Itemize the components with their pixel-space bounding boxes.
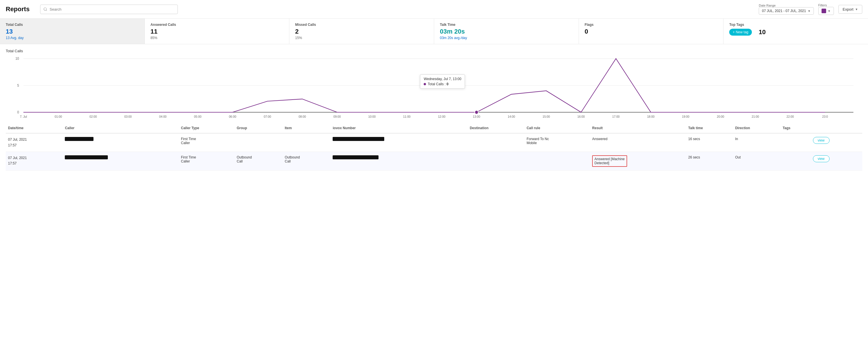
col-caller-type: Caller Type	[179, 123, 235, 133]
col-result: Result	[590, 123, 686, 133]
calls-table: Date/time Caller Caller Type Group Item …	[6, 123, 862, 170]
view-button-1[interactable]: view	[813, 137, 830, 144]
cell-iovox-2	[330, 152, 467, 170]
stat-answered-calls-value: 11	[151, 28, 284, 35]
header: Reports Date Range 07 JUL, 2021 - 07 JUL…	[0, 0, 868, 19]
svg-text:06:00: 06:00	[229, 115, 236, 118]
search-input[interactable]	[40, 5, 178, 14]
svg-text:09:00: 09:00	[334, 115, 341, 118]
cell-tags-1	[780, 133, 810, 152]
page-title: Reports	[6, 5, 34, 13]
top-tags-count: 10	[759, 28, 766, 36]
chart-svg: 10 5 0 7. Jul 01:00 02:00 03:00 04:00 05…	[6, 55, 862, 118]
top-tags-box: + New tag 10	[729, 28, 862, 36]
table-section: Date/time Caller Caller Type Group Item …	[0, 123, 868, 170]
stat-answered-calls: Answered Calls 11 85%	[145, 19, 290, 44]
redacted-caller-1	[65, 137, 93, 141]
cell-actions-2: view	[811, 152, 862, 170]
stat-flags: Flags 0	[579, 19, 724, 44]
chart-title: Total Calls	[6, 49, 862, 53]
filters-select[interactable]: ▼	[818, 7, 834, 15]
svg-text:01:00: 01:00	[55, 115, 62, 118]
svg-text:0: 0	[17, 110, 19, 114]
svg-point-31	[475, 111, 478, 114]
svg-text:14:00: 14:00	[507, 115, 515, 118]
svg-text:17:00: 17:00	[612, 115, 620, 118]
export-button[interactable]: Export ▼	[838, 5, 862, 14]
svg-text:03:00: 03:00	[124, 115, 132, 118]
cell-item-1	[282, 133, 330, 152]
svg-text:10:00: 10:00	[368, 115, 376, 118]
stat-total-calls-sub: 13 Avg. day	[6, 36, 139, 40]
col-iovox-number: iovox Number	[330, 123, 467, 133]
col-direction: Direction	[733, 123, 780, 133]
filter-chevron-icon: ▼	[828, 9, 831, 12]
view-button-2[interactable]: view	[813, 155, 830, 162]
stats-bar: Total Calls 13 13 Avg. day Answered Call…	[0, 19, 868, 44]
date-range-value: 07 JUL, 2021 - 07 JUL, 2021	[762, 9, 806, 13]
svg-text:05:00: 05:00	[194, 115, 202, 118]
svg-text:08:00: 08:00	[299, 115, 306, 118]
stat-answered-calls-label: Answered Calls	[151, 23, 284, 27]
cell-actions-1: view	[811, 133, 862, 152]
cell-datetime-1: 07 Jul, 202117:57	[6, 133, 63, 152]
svg-text:22:00: 22:00	[786, 115, 794, 118]
header-controls: Date Range 07 JUL, 2021 - 07 JUL, 2021 ▼…	[759, 3, 862, 15]
col-call-rule: Call rule	[524, 123, 590, 133]
col-caller: Caller	[63, 123, 179, 133]
redacted-iovox-1	[333, 137, 384, 141]
svg-text:07:00: 07:00	[264, 115, 271, 118]
svg-text:21:00: 21:00	[751, 115, 759, 118]
svg-text:12:00: 12:00	[438, 115, 445, 118]
date-range-label: Date Range	[759, 4, 813, 7]
svg-text:20:00: 20:00	[717, 115, 724, 118]
result-highlighted-badge: Answered [MachineDetected]	[592, 155, 627, 167]
table-header-row: Date/time Caller Caller Type Group Item …	[6, 123, 862, 133]
cell-talk-time-1: 16 secs	[686, 133, 733, 152]
stat-top-tags-label: Top Tags	[729, 23, 862, 27]
new-tag-button[interactable]: + New tag	[729, 29, 751, 36]
chart-container: 10 5 0 7. Jul 01:00 02:00 03:00 04:00 05…	[6, 55, 862, 118]
col-talk-time: Talk time	[686, 123, 733, 133]
stat-answered-calls-sub: 85%	[151, 36, 284, 40]
svg-text:10: 10	[16, 57, 19, 60]
date-range-container: Date Range 07 JUL, 2021 - 07 JUL, 2021 ▼	[759, 4, 813, 15]
col-tags: Tags	[780, 123, 810, 133]
redacted-caller-2	[65, 155, 108, 159]
date-range-select[interactable]: 07 JUL, 2021 - 07 JUL, 2021 ▼	[759, 7, 813, 15]
svg-text:15:00: 15:00	[542, 115, 550, 118]
cell-direction-1: In	[733, 133, 780, 152]
chevron-down-icon: ▼	[808, 9, 811, 12]
stat-missed-calls: Missed Calls 2 15%	[289, 19, 434, 44]
svg-text:23:0: 23:0	[822, 115, 828, 118]
svg-text:18:00: 18:00	[647, 115, 655, 118]
col-group: Group	[235, 123, 282, 133]
cell-group-1	[235, 133, 282, 152]
svg-text:02:00: 02:00	[90, 115, 97, 118]
chart-section: Total Calls 10 5 0 7. Jul 01:00 02:00 03…	[0, 44, 868, 123]
cell-datetime-2: 07 Jul, 202117:57	[6, 152, 63, 170]
cell-destination-2	[467, 152, 524, 170]
cell-iovox-1	[330, 133, 467, 152]
cell-talk-time-2: 26 secs	[686, 152, 733, 170]
col-item: Item	[282, 123, 330, 133]
filters-container: Filters ▼	[818, 3, 834, 15]
stat-talk-time: Talk Time 03m 20s 03m 20s avg./day	[434, 19, 579, 44]
stat-missed-calls-sub: 15%	[295, 36, 428, 40]
search-container	[40, 5, 178, 14]
redacted-iovox-2	[333, 155, 378, 159]
cell-caller-type-2: First TimeCaller	[179, 152, 235, 170]
svg-text:04:00: 04:00	[159, 115, 166, 118]
stat-total-calls-label: Total Calls	[6, 23, 139, 27]
stat-top-tags: Top Tags + New tag 10	[723, 19, 868, 44]
cell-caller-2	[63, 152, 179, 170]
cell-result-1: Answered	[590, 133, 686, 152]
svg-text:13:00: 13:00	[473, 115, 480, 118]
export-label: Export	[843, 7, 854, 11]
stat-talk-time-label: Talk Time	[440, 23, 573, 27]
cell-group-2: OutboundCall	[235, 152, 282, 170]
stat-total-calls-value: 13	[6, 28, 139, 35]
cell-tags-2	[780, 152, 810, 170]
stat-talk-time-sub: 03m 20s avg./day	[440, 36, 573, 40]
export-chevron-icon: ▼	[855, 8, 858, 11]
